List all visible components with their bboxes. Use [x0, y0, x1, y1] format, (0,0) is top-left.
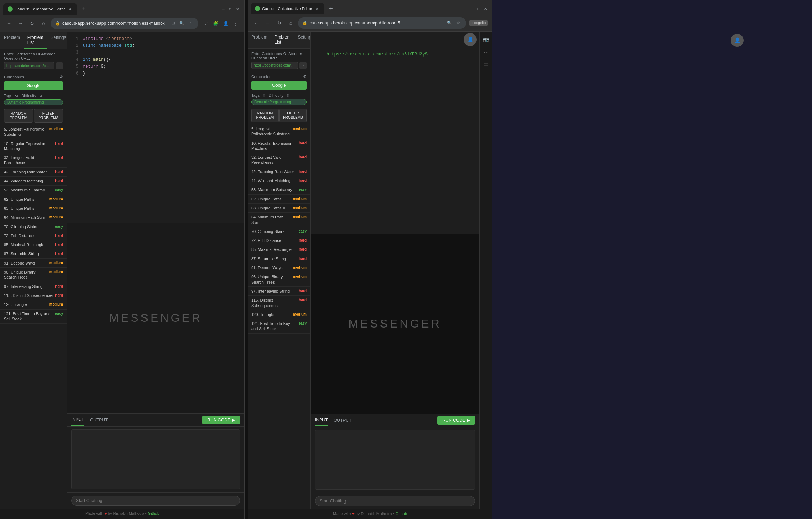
- minimize-btn-right[interactable]: ─: [469, 6, 474, 11]
- home-btn-right[interactable]: ⌂: [287, 19, 295, 27]
- list-item[interactable]: 91. Decode Waysmedium: [248, 263, 310, 272]
- tags-gear-icon-right[interactable]: ⚙: [262, 94, 266, 98]
- tab-settings-left[interactable]: Settings: [47, 32, 67, 49]
- back-btn-right[interactable]: ←: [252, 19, 261, 27]
- right-editor-area[interactable]: 1 https://screenrec.com/share/ua5iYFRH2y…: [311, 48, 479, 234]
- dots-tool-btn[interactable]: ⋯: [481, 48, 491, 58]
- search-icon-right[interactable]: 🔍: [446, 19, 453, 27]
- list-item[interactable]: 64. Minimum Path Summedium: [248, 213, 310, 227]
- tab-close-left[interactable]: ✕: [67, 6, 73, 12]
- list-item[interactable]: 10. Regular Expression Matchinghard: [248, 139, 310, 153]
- list-item[interactable]: 63. Unique Paths IImedium: [0, 204, 67, 213]
- list-item[interactable]: 62. Unique Pathsmedium: [248, 195, 310, 204]
- companies-gear-icon-left[interactable]: ⚙: [59, 75, 63, 79]
- filter-problems-btn-right[interactable]: FILTERPROBLEMS: [279, 109, 307, 122]
- list-item[interactable]: 115. Distinct Subsequenceshard: [248, 296, 310, 310]
- refresh-btn-left[interactable]: ↻: [28, 19, 36, 28]
- chat-input-left[interactable]: [71, 496, 240, 506]
- tab-settings-right[interactable]: Settings: [294, 32, 311, 48]
- list-item[interactable]: 72. Edit Distancehard: [0, 231, 67, 240]
- output-tab-left[interactable]: OUTPUT: [90, 415, 108, 425]
- github-link-right[interactable]: Github: [396, 511, 407, 516]
- list-item[interactable]: 53. Maximum Subarrayeasy: [248, 185, 310, 194]
- input-textarea-left[interactable]: [71, 429, 240, 489]
- list-item[interactable]: 72. Edit Distancehard: [248, 236, 310, 245]
- list-item[interactable]: 62. Unique Pathsmedium: [0, 195, 67, 204]
- list-item[interactable]: 44. Wildcard Matchinghard: [0, 177, 67, 186]
- back-btn-left[interactable]: ←: [5, 19, 13, 28]
- new-tab-btn-right[interactable]: +: [326, 4, 336, 14]
- list-item[interactable]: 5. Longest Palindromic Substringmedium: [0, 125, 67, 139]
- list-item[interactable]: 121. Best Time to Buy and Sell Stockeasy: [0, 310, 67, 324]
- url-bar-left[interactable]: 🔒 caucus-app.herokuapp.com/room/motionle…: [51, 18, 198, 29]
- list-item[interactable]: 64. Minimum Path Summedium: [0, 213, 67, 222]
- minimize-btn-left[interactable]: ─: [221, 6, 226, 12]
- list-item[interactable]: 42. Trapping Rain Waterhard: [0, 168, 67, 177]
- tags-gear-icon-left[interactable]: ⚙: [15, 94, 18, 98]
- chat-input-right[interactable]: [315, 496, 475, 506]
- problem-list-right[interactable]: 5. Longest Palindromic Substringmedium10…: [248, 125, 310, 509]
- list-item[interactable]: 96. Unique Binary Search Treesmedium: [248, 272, 310, 287]
- google-btn-right[interactable]: Google: [251, 81, 307, 90]
- list-item[interactable]: 10. Regular Expression Matchinghard: [0, 139, 67, 154]
- input-tab-left[interactable]: INPUT: [71, 414, 84, 426]
- list-item[interactable]: 97. Interleaving Stringhard: [0, 282, 67, 291]
- list-item[interactable]: 96. Unique Binary Search Treesmedium: [0, 268, 67, 282]
- input-textarea-right[interactable]: [315, 430, 475, 490]
- difficulty-gear-icon-right[interactable]: ⚙: [287, 94, 290, 98]
- output-tab-right[interactable]: OUTPUT: [334, 415, 351, 426]
- new-tab-btn-left[interactable]: +: [78, 4, 89, 14]
- problem-list-left[interactable]: 5. Longest Palindromic Substringmedium10…: [0, 125, 67, 509]
- list-item[interactable]: 97. Interleaving Stringhard: [248, 287, 310, 296]
- list-item[interactable]: 32. Longest Valid Parentheseshard: [0, 153, 67, 168]
- dp-tag-left[interactable]: Dynamic Programming: [4, 99, 63, 105]
- tab-problem-list-right[interactable]: Problem List: [271, 32, 294, 48]
- list-tool-btn[interactable]: ☰: [481, 60, 491, 71]
- forward-btn-right[interactable]: →: [263, 19, 272, 27]
- list-item[interactable]: 91. Decode Waysmedium: [0, 259, 67, 268]
- input-tab-right[interactable]: INPUT: [315, 415, 328, 426]
- list-item[interactable]: 115. Distinct Subsequenceshard: [0, 291, 67, 300]
- list-item[interactable]: 5. Longest Palindromic Substringmedium: [248, 125, 310, 139]
- list-item[interactable]: 85. Maximal Rectanglehard: [0, 240, 67, 249]
- search-icon-left[interactable]: 🔍: [178, 20, 185, 27]
- editor-area-left[interactable]: 1#include <iostream> 2using namespace st…: [67, 32, 244, 223]
- list-item[interactable]: 53. Maximum Subarrayeasy: [0, 186, 67, 195]
- filter-problems-btn-left[interactable]: FILTERPROBLEMS: [34, 109, 63, 123]
- list-item[interactable]: 63. Unique Paths IImedium: [248, 204, 310, 213]
- random-problem-btn-left[interactable]: RANDOMPROBLEM: [4, 109, 33, 123]
- list-item[interactable]: 85. Maximal Rectanglehard: [248, 245, 310, 254]
- menu-icon-left[interactable]: ⋮: [231, 19, 240, 28]
- run-code-btn-right[interactable]: RUN CODE ▶: [437, 416, 475, 425]
- go-btn-right[interactable]: →: [299, 62, 307, 69]
- difficulty-gear-icon-left[interactable]: ⚙: [39, 94, 42, 98]
- list-item[interactable]: 70. Climbing Stairseasy: [0, 222, 67, 231]
- list-item[interactable]: 120. Trianglemedium: [0, 300, 67, 309]
- list-item[interactable]: 120. Trianglemedium: [248, 310, 310, 319]
- list-item[interactable]: 87. Scramble Stringhard: [0, 249, 67, 258]
- question-url-input-left[interactable]: https://codeforces.com/problemse: [4, 62, 54, 69]
- tab-problem-right[interactable]: Problem: [248, 32, 271, 48]
- tab-caucus-right[interactable]: Caucus: Collaborative Editor ✕: [251, 3, 324, 14]
- refresh-btn-right[interactable]: ↻: [275, 19, 284, 27]
- list-item[interactable]: 70. Climbing Stairseasy: [248, 227, 310, 236]
- forward-btn-left[interactable]: →: [16, 19, 25, 28]
- list-item[interactable]: 121. Best Time to Buy and Sell Stockeasy: [248, 319, 310, 334]
- google-btn-left[interactable]: Google: [4, 81, 63, 90]
- github-link-left[interactable]: Github: [148, 511, 159, 515]
- list-item[interactable]: 42. Trapping Rain Waterhard: [248, 167, 310, 176]
- star-icon-right[interactable]: ☆: [455, 19, 462, 27]
- tab-problem-left[interactable]: Problem: [0, 32, 24, 49]
- maximize-btn-left[interactable]: □: [228, 6, 233, 12]
- url-bar-right[interactable]: 🔒 caucus-app.herokuapp.com/room/public-r…: [298, 17, 466, 29]
- random-problem-btn-right[interactable]: RANDOMPROBLEM: [251, 109, 279, 122]
- list-item[interactable]: 44. Wildcard Matchinghard: [248, 176, 310, 185]
- list-item[interactable]: 87. Scramble Stringhard: [248, 254, 310, 263]
- run-code-btn-left[interactable]: RUN CODE ▶: [202, 416, 240, 424]
- question-url-input-right[interactable]: https://codeforces.com/problemse: [251, 62, 298, 69]
- tab-problem-list-left[interactable]: Problem List: [24, 32, 47, 49]
- tab-close-right[interactable]: ✕: [314, 6, 320, 12]
- star-icon-left[interactable]: ☆: [187, 20, 194, 27]
- tab-caucus-left[interactable]: Caucus: Collaborative Editor ✕: [3, 3, 77, 15]
- go-btn-left[interactable]: →: [56, 62, 63, 69]
